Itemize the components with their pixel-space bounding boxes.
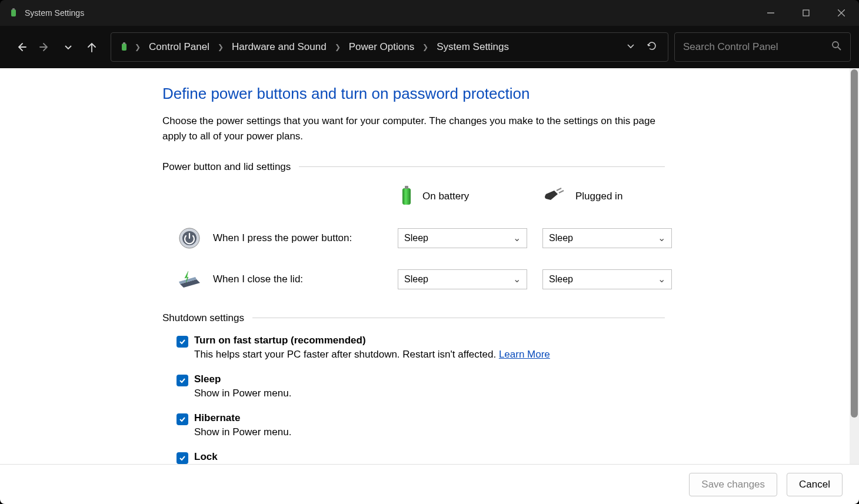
checkbox[interactable] xyxy=(177,413,188,425)
chevron-down-icon: ⌄ xyxy=(513,273,521,285)
check-label: Sleep xyxy=(194,373,291,385)
titlebar: System Settings xyxy=(0,0,859,26)
svg-line-13 xyxy=(557,188,561,191)
chevron-down-icon: ⌄ xyxy=(658,232,665,243)
divider xyxy=(252,318,665,318)
cancel-button[interactable]: Cancel xyxy=(787,473,843,496)
col-header-battery: On battery xyxy=(398,183,527,210)
col-label: Plugged in xyxy=(575,191,622,202)
scrollbar[interactable] xyxy=(850,68,859,464)
divider xyxy=(299,166,665,167)
shutdown-list: Turn on fast startup (recommended) This … xyxy=(177,335,665,464)
chevron-right-icon: ❯ xyxy=(217,43,225,51)
dropdown-value: Sleep xyxy=(404,274,428,285)
checkbox[interactable] xyxy=(177,336,188,348)
close-button[interactable] xyxy=(824,0,859,26)
check-item-lock: Lock Show in account picture menu. xyxy=(177,451,665,464)
section-title: Shutdown settings xyxy=(162,312,244,324)
row-power-button: When I press the power button: xyxy=(177,225,382,251)
section-header-power-button: Power button and lid settings xyxy=(162,161,665,173)
recent-dropdown[interactable] xyxy=(61,40,75,54)
power-grid: On battery Plugged in When I press the p… xyxy=(177,183,665,292)
search-input[interactable] xyxy=(683,41,831,53)
chevron-right-icon: ❯ xyxy=(334,43,342,51)
svg-rect-0 xyxy=(11,9,16,16)
page-title: Define power buttons and turn on passwor… xyxy=(162,85,665,103)
svg-rect-1 xyxy=(12,8,15,10)
dropdown-lid-battery[interactable]: Sleep ⌄ xyxy=(398,269,527,289)
check-label: Lock xyxy=(194,451,331,463)
breadcrumb-dropdown[interactable] xyxy=(627,41,635,53)
check-item-sleep: Sleep Show in Power menu. xyxy=(177,373,665,399)
svg-rect-12 xyxy=(405,186,408,189)
chevron-right-icon: ❯ xyxy=(421,43,430,51)
breadcrumb-item-system[interactable]: System Settings xyxy=(433,39,512,55)
maximize-button[interactable] xyxy=(788,0,824,26)
svg-rect-6 xyxy=(122,44,126,51)
chevron-down-icon: ⌄ xyxy=(513,232,521,243)
plug-icon xyxy=(542,187,568,206)
check-desc: Show in Power menu. xyxy=(194,388,291,399)
search-bar[interactable] xyxy=(674,32,851,62)
check-desc: Show in Power menu. xyxy=(194,426,291,438)
titlebar-left: System Settings xyxy=(8,8,84,18)
save-button[interactable]: Save changes xyxy=(689,473,777,496)
section-header-shutdown: Shutdown settings xyxy=(162,312,665,324)
svg-point-8 xyxy=(833,42,838,48)
minimize-button[interactable] xyxy=(753,0,788,26)
row-label-text: When I press the power button: xyxy=(213,232,352,244)
svg-line-9 xyxy=(838,47,841,50)
up-button[interactable] xyxy=(85,40,99,54)
dropdown-power-plugged[interactable]: Sleep ⌄ xyxy=(542,228,672,248)
refresh-button[interactable] xyxy=(647,41,657,54)
dropdown-value: Sleep xyxy=(404,233,428,243)
svg-rect-7 xyxy=(123,42,125,44)
check-label: Turn on fast startup (recommended) xyxy=(194,335,550,346)
breadcrumb-item-hardware[interactable]: Hardware and Sound xyxy=(228,39,330,55)
svg-rect-3 xyxy=(803,10,809,16)
dropdown-power-battery[interactable]: Sleep ⌄ xyxy=(398,228,527,248)
checkbox[interactable] xyxy=(177,452,188,464)
svg-line-14 xyxy=(559,191,564,193)
page-description: Choose the power settings that you want … xyxy=(162,114,657,145)
dropdown-value: Sleep xyxy=(549,274,573,285)
dropdown-value: Sleep xyxy=(549,233,573,243)
svg-rect-11 xyxy=(402,188,411,205)
nav-arrows xyxy=(8,40,105,54)
check-label: Hibernate xyxy=(194,412,291,424)
window-title: System Settings xyxy=(25,8,84,18)
laptop-lid-icon xyxy=(177,266,202,292)
section-title: Power button and lid settings xyxy=(162,161,291,173)
forward-button[interactable] xyxy=(38,40,52,54)
learn-more-link[interactable]: Learn More xyxy=(499,349,550,360)
check-item-fast-startup: Turn on fast startup (recommended) This … xyxy=(177,335,665,361)
app-icon xyxy=(8,8,19,18)
row-label-text: When I close the lid: xyxy=(213,273,303,285)
chevron-right-icon: ❯ xyxy=(134,43,142,51)
breadcrumb-item-power[interactable]: Power Options xyxy=(345,39,418,55)
battery-icon xyxy=(398,183,415,210)
check-desc: This helps start your PC faster after sh… xyxy=(194,349,550,361)
navbar: ❯ Control Panel ❯ Hardware and Sound ❯ P… xyxy=(0,26,859,68)
power-icon xyxy=(177,225,202,251)
breadcrumb-item-control-panel[interactable]: Control Panel xyxy=(145,39,213,55)
row-close-lid: When I close the lid: xyxy=(177,266,382,292)
window: System Settings ❯ Control Panel ❯ Hardwa… xyxy=(0,0,859,504)
footer: Save changes Cancel xyxy=(0,464,859,504)
breadcrumb-icon xyxy=(118,41,130,53)
checkbox[interactable] xyxy=(177,375,188,386)
check-item-hibernate: Hibernate Show in Power menu. xyxy=(177,412,665,438)
chevron-down-icon: ⌄ xyxy=(658,273,665,285)
window-controls xyxy=(753,0,859,26)
col-header-plugged: Plugged in xyxy=(542,187,672,206)
search-icon xyxy=(831,41,842,54)
content-area: Define power buttons and turn on passwor… xyxy=(0,68,859,464)
back-button[interactable] xyxy=(14,40,28,54)
scrollbar-thumb[interactable] xyxy=(851,69,858,418)
col-label: On battery xyxy=(422,191,469,202)
dropdown-lid-plugged[interactable]: Sleep ⌄ xyxy=(542,269,672,289)
breadcrumb-bar[interactable]: ❯ Control Panel ❯ Hardware and Sound ❯ P… xyxy=(111,32,668,62)
